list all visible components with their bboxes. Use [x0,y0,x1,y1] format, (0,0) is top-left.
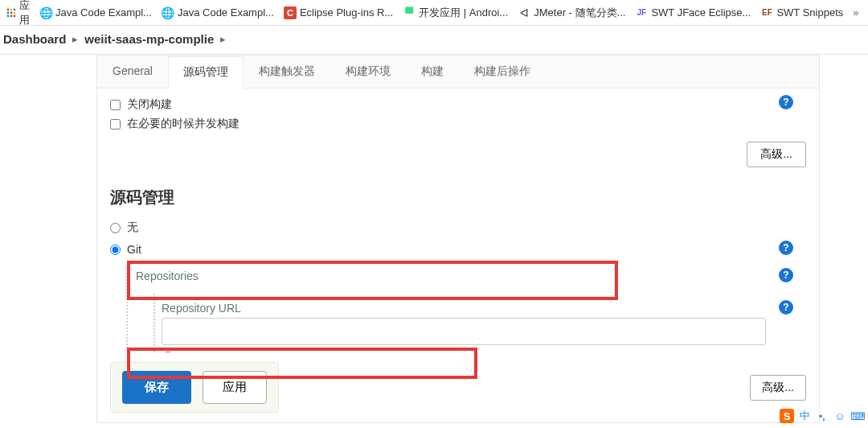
svg-point-2 [14,8,16,10]
bookmark-item-6[interactable]: EF SWT Snippets [760,6,843,19]
help-icon[interactable]: ? [779,95,793,109]
help-icon[interactable]: ? [779,268,793,282]
repo-url-input[interactable] [162,318,766,345]
repo-url-label: Repository URL [162,302,806,318]
main-config-panel: General 源码管理 构建触发器 构建环境 构建 构建后操作 关闭构建 ? … [96,55,820,423]
svg-point-1 [10,8,13,10]
ime-punct-icon[interactable]: •ꓹ [815,409,829,423]
scm-none-label: 无 [127,220,138,235]
chevron-right-icon: ▸ [72,33,78,45]
tab-general[interactable]: General [97,56,168,88]
globe-icon: 🌐 [39,6,52,19]
chevron-right-icon: ▸ [220,33,226,45]
bookmark-item-4[interactable]: ᐊ JMeter - 随笔分类... [518,6,625,20]
help-icon[interactable]: ? [779,241,793,255]
svg-point-8 [14,14,16,17]
svg-point-6 [7,14,10,17]
eclipse-c-icon: C [284,6,297,19]
ime-tray: S 中 •ꓹ ☺ ⌨ [780,409,865,423]
ime-face-icon[interactable]: ☺ [833,409,847,423]
close-build-label: 关闭构建 [127,97,172,112]
apply-button[interactable]: 应用 [203,371,267,404]
footer-buttons: 保存 应用 [110,362,279,413]
android-icon: ▀ [403,6,416,19]
scm-none-row: 无 [110,216,806,239]
breadcrumb: Dashboard ▸ weiit-saas-mp-complie ▸ [0,26,868,55]
tab-scm[interactable]: 源码管理 [168,56,244,88]
concurrent-build-checkbox[interactable] [110,119,121,130]
bookmark-item-1[interactable]: 🌐 Java Code Exampl... [162,6,274,19]
tab-post-build[interactable]: 构建后操作 [459,56,546,88]
apps-button[interactable]: 应用 [6,0,30,27]
ime-mode-icon[interactable]: 中 [797,409,812,423]
bookmark-label: JMeter - 随笔分类... [534,6,625,20]
advanced-row: 高级... [110,134,806,175]
save-button[interactable]: 保存 [122,371,191,404]
footer-bar: 保存 应用 高级... [110,352,806,422]
bookmark-label: Java Code Exampl... [178,6,274,19]
close-build-checkbox[interactable] [110,100,121,110]
bookmark-item-5[interactable]: JF SWT JFace Eclipse... [635,6,751,19]
svg-point-4 [10,11,13,14]
scm-git-radio[interactable] [110,245,121,255]
tab-triggers[interactable]: 构建触发器 [244,56,330,88]
bookmark-label: Java Code Exampl... [55,6,152,19]
bookmark-item-3[interactable]: ▀ 开发应用 | Androi... [403,6,508,20]
scm-none-radio[interactable] [110,223,121,233]
ef-icon: EF [760,6,773,19]
bookmarks-bar: 应用 🌐 Java Code Exampl... 🌐 Java Code Exa… [0,0,868,26]
breadcrumb-job[interactable]: weiit-saas-mp-complie [84,32,214,46]
jface-icon: JF [635,6,648,19]
advanced-button[interactable]: 高级... [747,142,806,167]
scm-git-label: Git [127,243,141,256]
concurrent-build-row: 在必要的时候并发构建 [110,114,806,134]
concurrent-build-label: 在必要的时候并发构建 [127,117,240,131]
bookmark-label: 开发应用 | Androi... [419,6,508,20]
jmeter-icon: ᐊ [518,6,530,19]
apps-grid-icon [6,8,16,18]
repositories-label: Repositories [136,266,806,289]
svg-point-5 [14,11,16,14]
tab-build[interactable]: 构建 [406,56,459,88]
sogou-ime-icon[interactable]: S [780,409,794,423]
svg-point-7 [10,14,13,17]
bookmark-label: Eclipse Plug-ins R... [300,6,393,19]
bookmark-item-2[interactable]: C Eclipse Plug-ins R... [284,6,393,19]
bookmark-label: SWT JFace Eclipse... [651,6,751,19]
advanced-button-bottom[interactable]: 高级... [750,375,806,401]
bookmark-item-0[interactable]: 🌐 Java Code Exampl... [39,6,152,19]
svg-point-3 [7,11,10,14]
svg-point-0 [7,8,10,10]
scm-git-row: Git ? [110,239,806,260]
tab-build-env[interactable]: 构建环境 [330,56,406,88]
bookmark-label: SWT Snippets [776,6,843,19]
globe-icon: 🌐 [162,6,174,19]
scm-section-title: 源码管理 [110,175,806,216]
bookmarks-overflow[interactable]: » [853,6,858,19]
breadcrumb-root[interactable]: Dashboard [3,32,66,46]
help-icon[interactable]: ? [779,300,793,315]
config-tabs: General 源码管理 构建触发器 构建环境 构建 构建后操作 [97,56,819,88]
apps-label: 应用 [19,0,30,27]
ime-keyboard-icon[interactable]: ⌨ [850,409,865,423]
close-build-row: 关闭构建 ? [110,95,806,114]
